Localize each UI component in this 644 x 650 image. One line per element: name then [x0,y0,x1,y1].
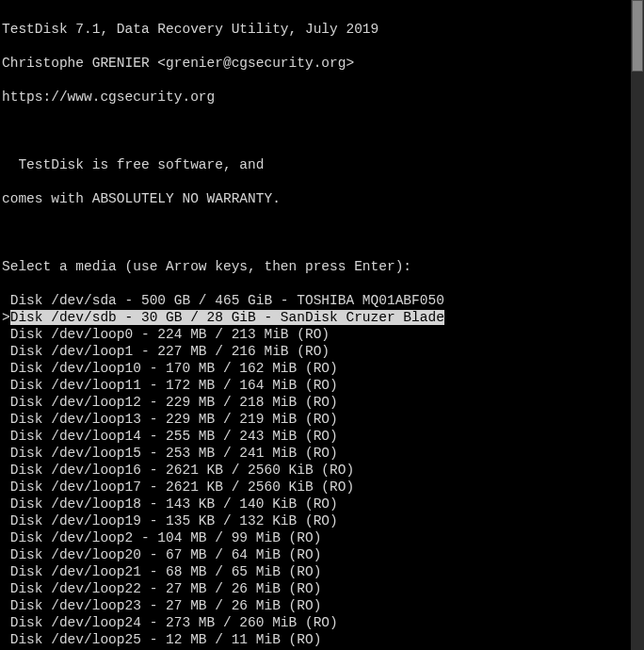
disk-item[interactable]: Disk /dev/loop13 - 229 MB / 219 MiB (RO) [2,411,644,428]
disk-item[interactable]: Disk /dev/loop25 - 12 MB / 11 MiB (RO) [2,631,644,648]
disk-item[interactable]: Disk /dev/loop2 - 104 MB / 99 MiB (RO) [2,529,644,546]
app-title: TestDisk 7.1, Data Recovery Utility, Jul… [2,21,644,38]
disk-item-selected[interactable]: Disk /dev/sdb - 30 GB / 28 GiB - SanDisk… [10,310,444,325]
disk-item[interactable]: Disk /dev/loop18 - 143 KB / 140 KiB (RO) [2,496,644,512]
disk-item[interactable]: Disk /dev/sda - 500 GB / 465 GiB - TOSHI… [2,292,644,309]
disk-item[interactable]: Disk /dev/loop10 - 170 MB / 162 MiB (RO) [2,360,644,377]
disk-item[interactable]: Disk /dev/loop17 - 2621 KB / 2560 KiB (R… [2,479,644,496]
blank-line [2,122,644,139]
scrollbar-thumb[interactable] [632,0,643,72]
disk-item[interactable]: Disk /dev/loop20 - 67 MB / 64 MiB (RO) [2,546,644,563]
disk-item[interactable]: Disk /dev/loop16 - 2621 KB / 2560 KiB (R… [2,462,644,479]
disk-item[interactable]: Disk /dev/loop21 - 68 MB / 65 MiB (RO) [2,563,644,580]
disk-item[interactable]: Disk /dev/loop19 - 135 KB / 132 KiB (RO) [2,512,644,529]
disk-item[interactable]: Disk /dev/loop14 - 255 MB / 243 MiB (RO) [2,428,644,445]
disk-item[interactable]: Disk /dev/loop0 - 224 MB / 213 MiB (RO) [2,326,644,343]
disk-item[interactable]: Disk /dev/loop24 - 273 MB / 260 MiB (RO) [2,614,644,631]
url-line: https://www.cgsecurity.org [2,89,644,106]
blank-line [2,224,644,241]
disk-item[interactable]: Disk /dev/loop23 - 27 MB / 26 MiB (RO) [2,597,644,614]
disk-item[interactable]: Disk /dev/loop11 - 172 MB / 164 MiB (RO) [2,377,644,394]
author-line: Christophe GRENIER <grenier@cgsecurity.o… [2,55,644,72]
disk-item[interactable]: Disk /dev/loop22 - 27 MB / 26 MiB (RO) [2,580,644,597]
scrollbar-track[interactable] [631,0,644,650]
selection-caret: > [2,310,10,325]
terminal-window: TestDisk 7.1, Data Recovery Utility, Jul… [0,0,644,650]
notice-line-2: comes with ABSOLUTELY NO WARRANTY. [2,190,644,207]
disk-item[interactable]: >Disk /dev/sdb - 30 GB / 28 GiB - SanDis… [2,309,644,326]
disk-list[interactable]: Disk /dev/sda - 500 GB / 465 GiB - TOSHI… [2,292,644,650]
disk-item[interactable]: Disk /dev/loop15 - 253 MB / 241 MiB (RO) [2,445,644,462]
disk-item[interactable]: Disk /dev/loop1 - 227 MB / 216 MiB (RO) [2,343,644,360]
disk-item[interactable]: Disk /dev/loop12 - 229 MB / 218 MiB (RO) [2,394,644,411]
select-prompt: Select a media (use Arrow keys, then pre… [2,258,644,275]
notice-line-1: TestDisk is free software, and [2,156,644,173]
